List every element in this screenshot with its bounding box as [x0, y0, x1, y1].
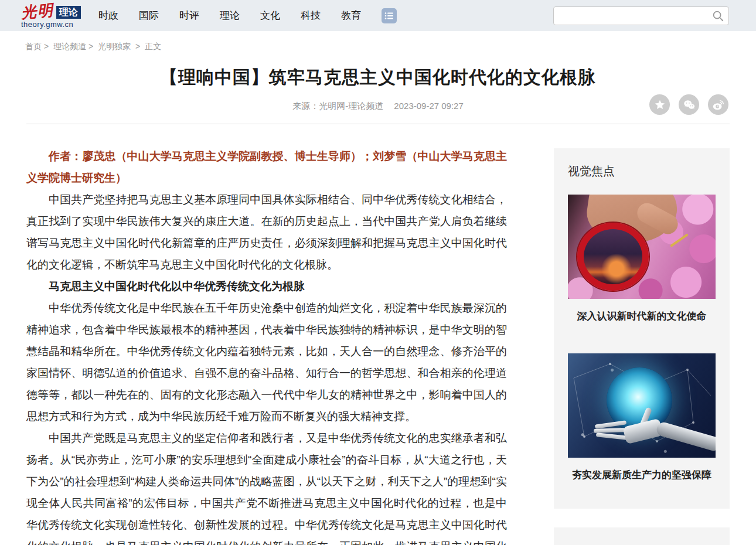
guangming-logo-text: 光明: [21, 2, 55, 20]
sidebar-section-title: 视觉焦点: [568, 164, 716, 179]
search-box: [553, 6, 729, 25]
header-divider: [26, 124, 730, 124]
nav-item-theory[interactable]: 理论: [220, 9, 240, 22]
site-domain: theory.gmw.cn: [21, 21, 81, 28]
sidebar: 视觉焦点 深入认识新时代新的文化使命: [554, 148, 730, 545]
breadcrumb-theory-channel[interactable]: 理论频道: [53, 42, 86, 51]
article-paragraph: 中华优秀传统文化是中华民族在五千年历史沧桑中创造的灿烂文化，积淀着中华民族最深沉…: [26, 297, 507, 427]
top-bar: 光明 理论 theory.gmw.cn 时政 国际 时评 理论 文化 科技 教育: [0, 0, 756, 31]
qzone-share-icon[interactable]: [649, 94, 670, 115]
source-name[interactable]: 光明网-理论频道: [319, 101, 383, 111]
wechat-share-icon[interactable]: [679, 94, 699, 115]
section-heading: 马克思主义中国化时代化以中华优秀传统文化为根脉: [26, 275, 507, 297]
search-icon[interactable]: [711, 9, 724, 25]
site-logo[interactable]: 光明 理论 theory.gmw.cn: [21, 4, 81, 28]
search-input[interactable]: [553, 6, 729, 25]
share-bar: [649, 94, 728, 115]
page-title: 【理响中国】筑牢马克思主义中国化时代化的文化根脉: [26, 66, 730, 90]
breadcrumb-separator: >: [44, 42, 49, 51]
article-body: 作者：廖茂忠（中山大学马克思主义学院副教授、博士生导师）；刘梦雪（中山大学马克思…: [26, 145, 507, 545]
nav-item-international[interactable]: 国际: [139, 9, 159, 22]
breadcrumb-separator: >: [135, 42, 140, 51]
page: 光明 理论 theory.gmw.cn 时政 国际 时评 理论 文化 科技 教育: [0, 0, 756, 545]
nav-item-tech[interactable]: 科技: [301, 9, 321, 22]
needle-shape: [670, 233, 689, 247]
source-label: 来源：: [292, 101, 319, 111]
theory-badge: 理论: [56, 6, 81, 19]
breadcrumb-home[interactable]: 首页: [25, 42, 42, 51]
weibo-share-icon[interactable]: [708, 94, 728, 115]
sidebar-image-embroidery[interactable]: [568, 195, 716, 299]
nav-item-commentary[interactable]: 时评: [179, 9, 199, 22]
breadcrumb-gm-exclusive[interactable]: 光明独家: [98, 42, 131, 51]
breadcrumb-separator: >: [88, 42, 93, 51]
sidebar-caption-culture-mission[interactable]: 深入认识新时代新的文化使命: [568, 309, 716, 323]
sidebar-card-2: [554, 527, 730, 545]
nav-item-culture[interactable]: 文化: [260, 9, 280, 22]
article-meta: 来源：光明网-理论频道 2023-09-27 09:27: [26, 101, 730, 112]
breadcrumb-current: 正文: [145, 42, 161, 51]
article-paragraph: 中国共产党既是马克思主义的坚定信仰者和践行者，又是中华优秀传统文化的忠实继承者和…: [26, 427, 507, 545]
sidebar-image-robot-globe[interactable]: [568, 353, 716, 458]
article-author: 作者：廖茂忠（中山大学马克思主义学院副教授、博士生导师）；刘梦雪（中山大学马克思…: [26, 145, 507, 189]
sidebar-caption-productivity[interactable]: 夯实发展新质生产力的坚强保障: [568, 468, 716, 482]
breadcrumb: 首页> 理论频道> 光明独家 > 正文: [25, 42, 161, 52]
article-paragraph: 中国共产党坚持把马克思主义基本原理同中国具体实际相结合、同中华优秀传统文化相结合…: [26, 189, 507, 275]
embroidery-hoop-shape: [577, 223, 649, 291]
main-nav: 时政 国际 时评 理论 文化 科技 教育: [98, 8, 397, 23]
list-menu-icon[interactable]: [382, 8, 397, 23]
nav-item-education[interactable]: 教育: [341, 9, 361, 22]
nav-item-politics[interactable]: 时政: [98, 9, 118, 22]
publish-time: 2023-09-27 09:27: [394, 101, 463, 111]
visual-focus-card: 视觉焦点 深入认识新时代新的文化使命: [554, 148, 730, 509]
